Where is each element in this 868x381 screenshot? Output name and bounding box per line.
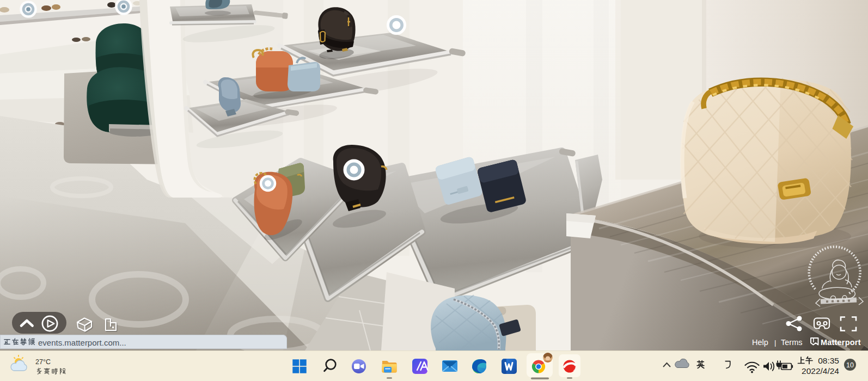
svg-text:Terms: Terms	[781, 338, 802, 347]
svg-text:Matterport: Matterport	[821, 338, 861, 347]
svg-text:10: 10	[846, 361, 854, 369]
svg-text:Help: Help	[752, 338, 768, 347]
svg-text:27°C: 27°C	[35, 358, 51, 366]
svg-text:|: |	[774, 339, 776, 347]
svg-text:2022/4/24: 2022/4/24	[802, 366, 839, 376]
svg-text:08:35: 08:35	[818, 356, 839, 365]
